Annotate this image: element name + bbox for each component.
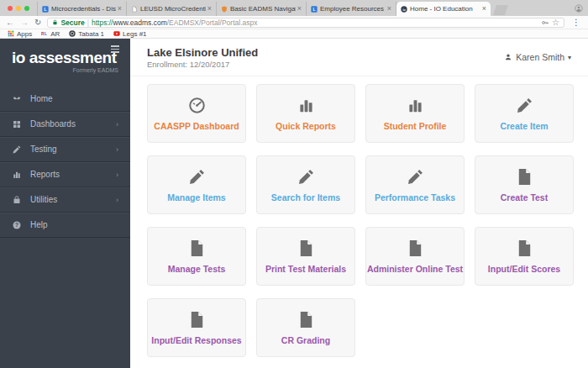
hamburger-menu-icon[interactable] <box>111 45 119 53</box>
sidebar-item-label: Home <box>30 94 53 103</box>
url-domain: www.eadms.com <box>113 18 166 27</box>
sidebar-item-label: Dashboards <box>30 119 76 129</box>
logo-text: io assessment <box>12 50 118 67</box>
user-icon <box>504 53 512 61</box>
tab-bar: Microcredentials - District Dep×LEUSD Mi… <box>0 0 588 16</box>
tab-close-icon[interactable]: × <box>387 5 391 13</box>
sidebar-item-label: Testing <box>30 145 57 154</box>
secure-label: Secure <box>60 18 84 27</box>
sidebar-item-help[interactable]: Help <box>0 213 130 238</box>
tile-label: Input/Edit Scores <box>488 264 560 274</box>
tile-student-profile[interactable]: Student Profile <box>365 84 465 143</box>
tile-label: Create Test <box>501 192 548 202</box>
bookmark-item-tabata-1[interactable]: Tabata 1 <box>69 30 104 38</box>
browser-window: Microcredentials - District Dep×LEUSD Mi… <box>0 0 588 368</box>
tile-print-test-materials[interactable]: Print Test Materials <box>256 227 355 286</box>
browser-menu-icon[interactable]: ⋮ <box>570 18 582 27</box>
back-icon[interactable]: ← <box>6 18 14 27</box>
forward-icon[interactable]: → <box>20 18 29 27</box>
browser-tab-home-io-education[interactable]: Home - IO Education× <box>396 2 491 16</box>
tab-close-icon[interactable]: × <box>482 5 486 13</box>
browser-tab-employee-resources-staff[interactable]: Employee Resources – Staff –× <box>307 2 396 16</box>
logo-subtitle: Formerly EADMS <box>12 67 118 73</box>
tab-strip: Microcredentials - District Dep×LEUSD Mi… <box>37 2 491 16</box>
zoom-window-button[interactable] <box>24 6 29 11</box>
tile-caaspp-dashboard[interactable]: CAASPP Dashboard <box>147 84 246 143</box>
browser-tab-basic-eadms-navigation-ea[interactable]: Basic EADMS Navigation - EA× <box>217 2 307 16</box>
district-name: Lake Elsinore Unified <box>147 46 258 59</box>
sidebar-menu: HomeDashboards›Testing›Reports›Utilities… <box>0 87 130 238</box>
browser-tab-leusd-microcredentials[interactable]: LEUSD MicroCredentials× <box>127 2 217 16</box>
chevron-right-icon: › <box>116 196 118 204</box>
tile-input-edit-scores[interactable]: Input/Edit Scores <box>475 227 574 286</box>
url-path: /EADMSX/Portal/Portal.aspx <box>167 18 258 27</box>
minimize-window-button[interactable] <box>16 6 21 11</box>
browser-profile-icon[interactable] <box>575 4 583 13</box>
address-bar[interactable]: Secure | https://www.eadms.com/EADMSX/Po… <box>47 18 564 28</box>
tile-create-test[interactable]: Create Test <box>475 155 574 214</box>
new-tab-button[interactable] <box>493 5 508 15</box>
padlock-icon <box>52 19 58 25</box>
user-name: Karen Smith <box>516 52 564 62</box>
tile-label: Quick Reports <box>276 121 336 131</box>
close-window-button[interactable] <box>8 6 13 11</box>
chevron-right-icon: › <box>116 120 118 129</box>
district-block: Lake Elsinore Unified Enrollment: 12/20/… <box>147 46 258 69</box>
tile-manage-items[interactable]: Manage Items <box>147 155 246 214</box>
user-menu[interactable]: Karen Smith ▾ <box>504 52 571 62</box>
tile-manage-tests[interactable]: Manage Tests <box>147 227 246 286</box>
tile-create-item[interactable]: Create Item <box>475 84 574 143</box>
bookmark-item-apps[interactable]: Apps <box>8 30 32 38</box>
tab-close-icon[interactable]: × <box>297 5 302 13</box>
io-assessment-app: io assessment Formerly EADMS HomeDashboa… <box>0 39 588 368</box>
sidebar-item-dashboards[interactable]: Dashboards› <box>0 112 130 137</box>
window-controls <box>0 6 37 16</box>
tile-label: Print Test Materials <box>265 264 346 274</box>
sidebar-item-utilities[interactable]: Utilities› <box>0 187 130 213</box>
sidebar: io assessment Formerly EADMS HomeDashboa… <box>0 39 130 368</box>
pencil-icon <box>406 167 425 187</box>
tile-label: Input/Edit Responses <box>151 335 241 345</box>
browser-tab-microcredentials-district-dep[interactable]: Microcredentials - District Dep× <box>37 2 127 16</box>
tile-search-for-items[interactable]: Search for Items <box>256 155 355 214</box>
tile-quick-reports[interactable]: Quick Reports <box>256 84 355 143</box>
sidebar-item-reports[interactable]: Reports› <box>0 162 130 187</box>
app-logo: io assessment Formerly EADMS <box>0 39 130 73</box>
tile-label: CR Grading <box>281 335 330 345</box>
rl-icon <box>41 30 48 37</box>
tab-title: Employee Resources – Staff – <box>320 5 386 13</box>
url-text: https://www.eadms.com/EADMSX/Portal/Port… <box>92 18 538 27</box>
sidebar-item-label: Reports <box>30 170 60 179</box>
file-icon <box>406 239 425 258</box>
tile-label: CAASPP Dashboard <box>154 121 239 131</box>
apps-grid-icon <box>8 30 14 37</box>
tile-input-edit-responses[interactable]: Input/Edit Responses <box>147 298 246 357</box>
sidebar-item-home[interactable]: Home <box>0 87 130 112</box>
youtube-icon <box>113 30 120 37</box>
tile-grid: CAASPP DashboardQuick ReportsStudent Pro… <box>130 76 588 357</box>
caret-down-icon: ▾ <box>568 54 571 61</box>
bookmark-label: Legs #1 <box>123 30 146 38</box>
sidebar-item-label: Utilities <box>30 195 57 204</box>
tile-performance-tasks[interactable]: Performance Tasks <box>365 155 465 214</box>
tab-close-icon[interactable]: × <box>118 5 122 13</box>
tile-label: Administer Online Test <box>367 264 463 274</box>
sidebar-item-testing[interactable]: Testing› <box>0 137 130 162</box>
file-icon <box>515 239 534 258</box>
bookmark-item-legs-1[interactable]: Legs #1 <box>113 30 146 38</box>
tile-administer-online-test[interactable]: Administer Online Test <box>365 227 465 286</box>
tile-cr-grading[interactable]: CR Grading <box>256 298 355 357</box>
bookmark-star-icon[interactable]: ☆ <box>552 18 559 27</box>
page-header: Lake Elsinore Unified Enrollment: 12/20/… <box>130 39 588 76</box>
schoology-favicon-icon <box>311 6 318 13</box>
schoology-favicon-icon <box>42 6 49 13</box>
tab-close-icon[interactable]: × <box>207 5 212 13</box>
file-icon <box>297 310 316 329</box>
reload-icon[interactable]: ↻ <box>34 18 41 27</box>
password-key-icon[interactable] <box>541 18 549 27</box>
bars-icon <box>12 170 22 180</box>
bookmark-item-ar[interactable]: AR <box>41 30 60 38</box>
tile-label: Search for Items <box>271 192 340 202</box>
bars-icon <box>297 96 316 115</box>
gauge-icon <box>187 96 207 115</box>
